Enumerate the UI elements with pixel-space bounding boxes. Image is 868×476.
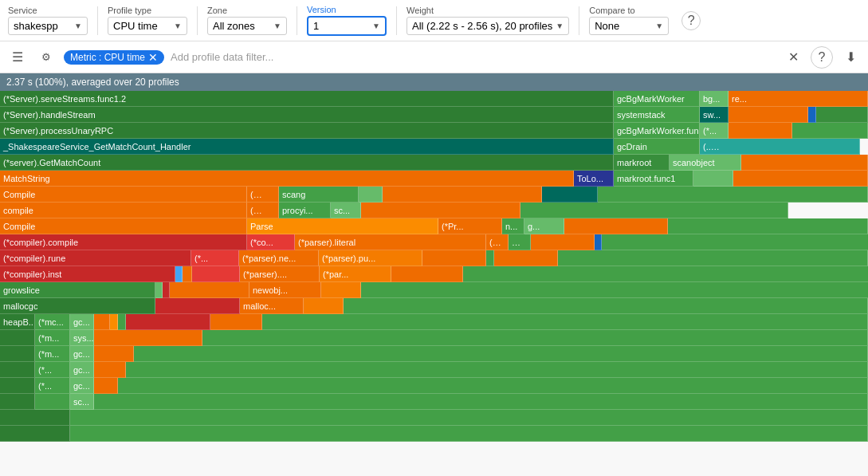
flame-block[interactable] — [192, 266, 240, 282]
flame-block[interactable] — [598, 187, 868, 203]
flame-block[interactable]: (*... — [35, 378, 70, 394]
list-view-button[interactable]: ☰ — [6, 46, 29, 69]
flame-block[interactable]: sc... — [331, 203, 361, 218]
filter-settings-button[interactable]: ⚙ — [35, 46, 57, 69]
flame-block[interactable] — [321, 282, 361, 298]
flame-block[interactable]: re... — [729, 91, 868, 107]
flame-block[interactable]: sys... — [70, 330, 94, 346]
flame-block[interactable]: Compile — [0, 187, 247, 203]
flame-block[interactable] — [792, 123, 868, 139]
flame-block[interactable] — [183, 266, 192, 282]
flame-block[interactable]: mallocgc — [0, 298, 155, 314]
flame-block[interactable]: (… — [247, 203, 279, 218]
flame-block[interactable]: (*par... — [320, 266, 391, 282]
flame-block[interactable] — [359, 187, 383, 203]
flame-block[interactable] — [0, 426, 70, 442]
metric-chip[interactable]: Metric : CPU time ✕ — [64, 50, 164, 65]
flame-block[interactable]: (… — [486, 234, 509, 250]
flame-block[interactable]: gcBgMarkWorker — [614, 91, 700, 107]
flame-block[interactable]: (*parser).pu... — [319, 250, 422, 266]
flame-block[interactable]: (*... — [35, 362, 70, 378]
flame-block[interactable]: (*Server).processUnaryRPC — [0, 123, 614, 139]
profile-type-dropdown[interactable]: CPU time ▼ — [108, 17, 187, 35]
flame-block[interactable] — [558, 250, 868, 266]
flame-block[interactable] — [118, 378, 868, 394]
flame-block[interactable]: (*m... — [35, 330, 70, 346]
flame-block[interactable] — [463, 266, 868, 282]
flame-block[interactable]: markroot.func1 — [614, 171, 693, 187]
flame-block[interactable]: (..… — [700, 139, 860, 155]
flame-block[interactable]: _ShakespeareService_GetMatchCount_Handle… — [0, 139, 614, 155]
download-button[interactable]: ⬇ — [839, 46, 862, 69]
flame-block[interactable]: gcBgMarkWorker.func2 — [614, 123, 700, 139]
flame-block[interactable]: Compile — [0, 218, 247, 234]
flame-block[interactable] — [494, 250, 558, 266]
flame-block[interactable]: (*... — [700, 123, 729, 139]
flame-block[interactable] — [170, 282, 249, 298]
flame-block[interactable]: newobj... — [249, 282, 321, 298]
flame-block[interactable]: gc... — [70, 362, 94, 378]
flame-block[interactable] — [808, 107, 816, 123]
flame-block[interactable] — [163, 282, 170, 298]
flame-block[interactable]: gc... — [70, 314, 94, 330]
flame-block[interactable]: MatchString — [0, 171, 574, 187]
flame-block[interactable] — [391, 266, 463, 282]
flame-block[interactable]: (*compiler).inst — [0, 266, 175, 282]
flame-block[interactable]: scanobject — [670, 155, 741, 171]
flame-block[interactable] — [70, 426, 868, 442]
flame-block[interactable] — [304, 298, 344, 314]
flame-block[interactable] — [733, 171, 868, 187]
flame-block[interactable] — [94, 362, 126, 378]
flame-block[interactable] — [118, 314, 126, 330]
flame-block[interactable]: g... — [524, 218, 564, 234]
flame-block[interactable] — [35, 394, 70, 410]
flame-block[interactable] — [520, 203, 788, 218]
flame-block[interactable] — [262, 314, 868, 330]
flame-block[interactable]: (*... — [191, 250, 239, 266]
flame-block[interactable] — [0, 362, 35, 378]
flame-block[interactable]: malloc... — [240, 298, 304, 314]
weight-dropdown[interactable]: All (2.22 s - 2.56 s), 20 profiles ▼ — [407, 17, 569, 35]
flame-block[interactable] — [94, 394, 868, 410]
version-dropdown[interactable]: 1 ▼ — [307, 16, 387, 36]
flame-block[interactable]: compile — [0, 203, 247, 218]
flame-block[interactable]: ToLo... — [574, 171, 614, 187]
flame-block[interactable] — [729, 123, 792, 139]
filter-placeholder[interactable]: Add profile data filter... — [171, 51, 776, 63]
flame-block[interactable]: gcDrain — [614, 139, 700, 155]
flame-block[interactable] — [126, 362, 868, 378]
flame-block[interactable]: (*parser).... — [240, 266, 320, 282]
flame-block[interactable] — [0, 410, 70, 426]
flame-block[interactable] — [668, 218, 868, 234]
flame-block[interactable] — [361, 282, 868, 298]
flame-block[interactable] — [94, 330, 202, 346]
flame-block[interactable]: bg... — [700, 91, 729, 107]
flame-block[interactable] — [542, 187, 598, 203]
flame-block[interactable] — [94, 346, 134, 362]
flame-block[interactable] — [531, 234, 595, 250]
flame-block[interactable]: … — [509, 234, 531, 250]
flame-block[interactable] — [0, 346, 35, 362]
flame-block[interactable] — [134, 346, 868, 362]
flame-block[interactable] — [816, 107, 868, 123]
flame-block[interactable] — [486, 250, 494, 266]
flame-block[interactable] — [741, 155, 868, 171]
flame-block[interactable]: scang — [279, 187, 359, 203]
help-icon[interactable]: ? — [681, 11, 701, 30]
flame-block[interactable]: sw... — [700, 107, 729, 123]
flame-block[interactable]: (… — [247, 187, 279, 203]
flame-block[interactable]: (*compiler).compile — [0, 234, 247, 250]
flame-block[interactable]: systemstack — [614, 107, 700, 123]
flame-block[interactable] — [595, 234, 602, 250]
flame-block[interactable]: (*mc... — [35, 314, 70, 330]
compare-dropdown[interactable]: None ▼ — [589, 17, 669, 35]
flame-block[interactable]: procyi... — [279, 203, 331, 218]
flame-block[interactable] — [94, 314, 110, 330]
service-dropdown[interactable]: shakespp ▼ — [8, 17, 88, 35]
flame-block[interactable] — [344, 298, 868, 314]
flame-block[interactable]: growslice — [0, 282, 155, 298]
flame-block[interactable]: (*parser).ne... — [239, 250, 319, 266]
flame-block[interactable] — [155, 282, 163, 298]
chip-close-icon[interactable]: ✕ — [148, 52, 158, 63]
close-button[interactable]: ✕ — [782, 46, 804, 69]
